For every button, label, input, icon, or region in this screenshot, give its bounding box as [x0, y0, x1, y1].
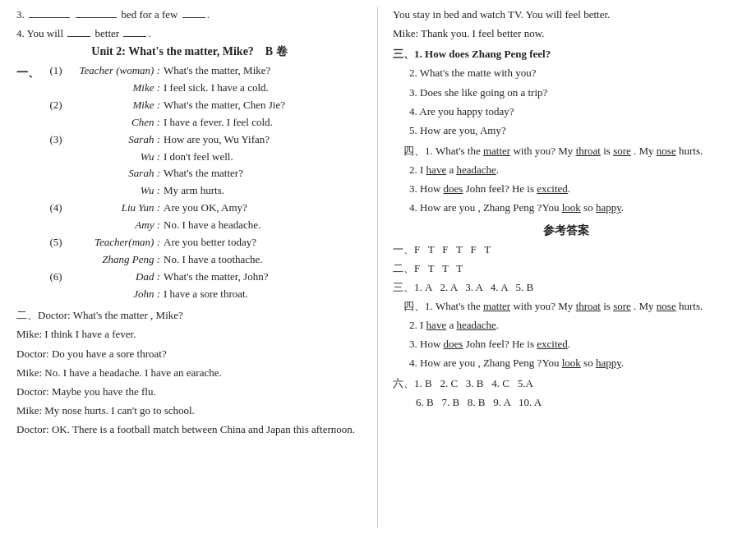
dialog-1-row-2: Mike : I feel sick. I have a cold.: [69, 80, 362, 96]
ans-four-label: 四、1. What's the matter with you? My thro…: [393, 298, 740, 315]
dialog-3-row-3: Sarah : What's the matter?: [69, 165, 362, 182]
underline-have-1: have: [426, 163, 447, 176]
dialog-num-4: (4): [43, 200, 69, 233]
q4-4: 4. How are you , Zhang Peng ?You look so…: [393, 200, 740, 216]
ans-two: 二、F T T T: [393, 260, 740, 277]
dialog-3-text-1: How are you, Wu Yifan?: [164, 131, 362, 148]
dialog-5-text-1: Are you better today?: [164, 234, 362, 251]
dialog-3-row-1: Sarah : How are you, Wu Yifan?: [69, 131, 362, 148]
underline-does-ans: does: [444, 338, 463, 350]
ans-six-row2: 6. B 7. B 8. B 9. A 10. A: [393, 394, 740, 411]
underline-nose-ans: nose: [657, 300, 676, 312]
underline-sore-ans: sore: [613, 300, 631, 312]
conv-doctor-2: Doctor: Do you have a sore throat?: [16, 346, 362, 362]
speaker-liuyun: Liu Yun :: [69, 200, 164, 216]
q3-2: 2. What's the matte with you?: [393, 65, 740, 81]
section-four-label: 四、1. What's the matter with you? My thro…: [393, 143, 740, 159]
page: 3. bed for a few . 4. You will better . …: [0, 0, 756, 534]
underline-happy-1: happy: [596, 201, 621, 214]
conv-mike-3: Mike: My nose hurts. I can't go to schoo…: [16, 403, 362, 419]
dialog-6-content: Dad : What's the matter, John? John : I …: [69, 269, 362, 302]
dialog-5-text-2: No. I have a toothache.: [164, 251, 362, 268]
underline-sore-1: sore: [613, 145, 631, 157]
q3-5: 5. How are you, Amy?: [393, 122, 740, 139]
underline-throat-1: throat: [576, 145, 601, 157]
underline-excited-ans: excited: [537, 338, 568, 350]
q3-3: 3. Does she like going on a trip?: [393, 85, 740, 101]
section-one: 一、 (1) Teacher (woman) : What's the matt…: [16, 62, 362, 303]
dialog-1-text-1: What's the matter, Mike?: [164, 62, 362, 79]
speaker-mike-2a: Mike :: [69, 97, 164, 113]
ans-one: 一、F T F T F T: [393, 242, 740, 258]
dialog-5-row-2: Zhang Peng : No. I have a toothache.: [69, 251, 362, 268]
conv-mike-1: Mike: I think I have a fever.: [16, 326, 362, 343]
conv-doctor-4: Doctor: OK. There is a football match be…: [16, 421, 362, 438]
section-one-label: 一、: [16, 66, 39, 81]
speaker-sarah-2: Sarah :: [69, 165, 164, 182]
left-column: 3. bed for a few . 4. You will better . …: [16, 7, 378, 527]
speaker-zhangpeng-1: Zhang Peng :: [69, 251, 164, 268]
ans-six-row1: 六、1. B 2. C 3. B 4. C 5.A: [393, 375, 740, 392]
ans-four-3: 3. How does John feel? He is excited.: [393, 336, 740, 352]
dialog-4-content: Liu Yun : Are you OK, Amy? Amy : No. I h…: [69, 200, 362, 233]
dialog-2-row-1: Mike : What's the matter, Chen Jie?: [69, 97, 362, 113]
speaker-teacher-man: Teacher(man) :: [69, 234, 164, 251]
q4-2: 2. I have a headache.: [393, 162, 740, 178]
dialog-num-1: (1): [43, 62, 69, 96]
dialog-num-5: (5): [43, 234, 69, 268]
speaker-dad: Dad :: [69, 269, 164, 285]
speaker-sarah-1: Sarah :: [69, 131, 164, 148]
section-four: 四、1. What's the matter with you? My thro…: [393, 143, 740, 217]
line-4: 4. You will better .: [16, 25, 362, 42]
dialog-3-row-4: Wu : My arm hurts.: [69, 182, 362, 199]
ref-answer-title: 参考答案: [393, 223, 740, 238]
dialog-4-text-1: Are you OK, Amy?: [164, 200, 362, 216]
underline-look-ans: look: [562, 357, 581, 369]
underline-have-ans: have: [426, 319, 447, 331]
dialog-5-row-1: Teacher(man) : Are you better today?: [69, 234, 362, 251]
speaker-wu-2: Wu :: [69, 182, 164, 199]
dialog-1-row-1: Teacher (woman) : What's the matter, Mik…: [69, 62, 362, 79]
dialog-3-text-4: My arm hurts.: [164, 182, 362, 199]
underline-headache-1: headache: [456, 163, 496, 176]
underline-does-1: does: [444, 182, 463, 195]
unit-title: Unit 2: What's the matter, Mike? B 卷: [16, 44, 362, 59]
underline-look-1: look: [562, 201, 581, 214]
ans-four-2: 2. I have a headache.: [393, 317, 740, 334]
dialog-6-row-1: Dad : What's the matter, John?: [69, 269, 362, 285]
section-two-label: 二、Doctor: What's the matter , Mike?: [16, 307, 362, 324]
q3-4: 4. Are you happy today?: [393, 104, 740, 120]
dialog-1-text-2: I feel sick. I have a cold.: [164, 80, 362, 96]
dialog-4-row-1: Liu Yun : Are you OK, Amy?: [69, 200, 362, 216]
dialog-4-text-2: No. I have a headache.: [164, 217, 362, 233]
dialog-6: (6) Dad : What's the matter, John? John …: [43, 269, 362, 302]
dialog-5-content: Teacher(man) : Are you better today? Zha…: [69, 234, 362, 268]
dialog-num-2: (2): [43, 97, 69, 131]
dialog-3-content: Sarah : How are you, Wu Yifan? Wu : I do…: [69, 131, 362, 199]
dialog-1-content: Teacher (woman) : What's the matter, Mik…: [69, 62, 362, 96]
ref-answers: 一、F T F T F T 二、F T T T 三、1. A 2. A 3. A…: [393, 242, 740, 411]
speaker-amy-1: Amy :: [69, 217, 164, 233]
underline-excited-1: excited: [537, 182, 568, 195]
q4-3: 3. How does John feel? He is excited.: [393, 181, 740, 197]
dialog-4-row-2: Amy : No. I have a headache.: [69, 217, 362, 233]
underline-headache-ans: headache: [456, 319, 496, 331]
dialog-3: (3) Sarah : How are you, Wu Yifan? Wu : …: [43, 131, 362, 199]
line-3: 3. bed for a few .: [16, 7, 362, 23]
dialog-6-text-2: I have a sore throat.: [164, 286, 362, 302]
dialog-2: (2) Mike : What's the matter, Chen Jie? …: [43, 97, 362, 131]
dialog-6-row-2: John : I have a sore throat.: [69, 286, 362, 302]
dialog-3-row-2: Wu : I don't feel well.: [69, 149, 362, 165]
dialog-2-text-1: What's the matter, Chen Jie?: [164, 97, 362, 113]
dialog-2-text-2: I have a fever. I feel cold.: [164, 114, 362, 131]
right-column: You stay in bed and watch TV. You will f…: [378, 7, 740, 527]
dialog-3-text-2: I don't feel well.: [164, 149, 362, 165]
conv-cont-2: Mike: Thank you. I feel better now.: [393, 25, 740, 42]
underline-matter-ans: matter: [483, 300, 510, 312]
dialog-3-text-3: What's the matter?: [164, 165, 362, 182]
ans-three: 三、1. A 2. A 3. A 4. A 5. B: [393, 279, 740, 296]
dialog-1: (1) Teacher (woman) : What's the matter,…: [43, 62, 362, 96]
speaker-mike-1: Mike :: [69, 80, 164, 96]
dialog-5: (5) Teacher(man) : Are you better today?…: [43, 234, 362, 268]
ref-answer-label: 参考答案: [543, 224, 589, 237]
